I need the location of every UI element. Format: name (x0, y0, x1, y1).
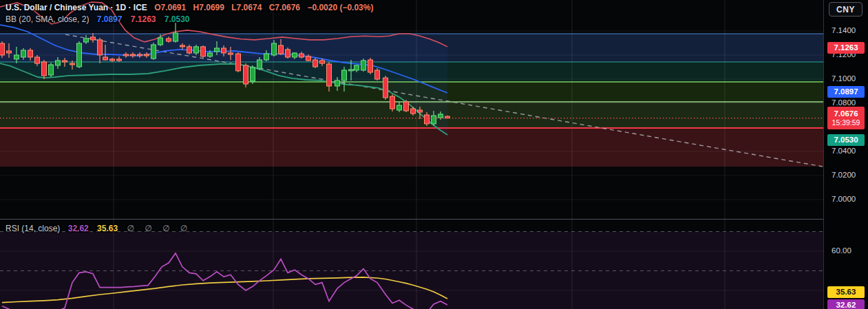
candle-body (375, 70, 380, 79)
axis-tick: 7.1000 (832, 74, 856, 83)
pane-separator[interactable] (0, 219, 868, 220)
candle-body (306, 56, 311, 61)
candle-body (383, 78, 388, 98)
candle-body (42, 62, 47, 76)
candle-body (201, 47, 206, 56)
ohlc-low: L7.0674 (231, 3, 262, 12)
rsi-band-fill (0, 232, 823, 309)
candle-body (187, 47, 192, 53)
candle-body (342, 70, 347, 81)
candle-body (222, 48, 226, 53)
candle-body (84, 39, 89, 42)
candle-body (229, 53, 233, 54)
candle-body (77, 43, 82, 67)
rsi-label: 32.62 (827, 299, 865, 309)
candle-body (131, 54, 136, 56)
candle-body (63, 61, 67, 62)
candle-body (151, 45, 156, 58)
price-axis[interactable]: CNY 7.14007.12007.10007.08007.04007.0200… (823, 0, 868, 309)
candle-body (91, 37, 96, 40)
bb-upper-label: 7.1263 (827, 42, 865, 54)
candle-body (251, 67, 255, 81)
candle-body (279, 45, 284, 54)
candle-body (21, 50, 26, 57)
rsi-indicator-label[interactable]: RSI (14, close) (6, 224, 60, 233)
candle-body (335, 81, 340, 86)
axis-tick: 7.0000 (832, 195, 856, 203)
candle-body (244, 65, 248, 84)
candle-body (110, 59, 115, 61)
bb-basis-value: 7.0897 (97, 14, 123, 24)
candle-body (208, 53, 213, 56)
ohlc-close: C7.0676 (269, 3, 300, 12)
axis-tick: 7.1400 (832, 26, 856, 34)
candle-body (293, 53, 297, 57)
main-price-pane[interactable] (0, 0, 823, 219)
candle-body (194, 47, 199, 53)
countdown-timer: 15:39:59 (827, 118, 865, 127)
last-price-label: 7.067615:39:59 (827, 107, 865, 129)
bb-lower-value: 7.0530 (165, 14, 190, 24)
candle-body (70, 63, 75, 65)
candle-body (35, 57, 40, 63)
rsi-empty-values: ∅ ∅ ∅ ∅ (127, 224, 191, 233)
candle-body (313, 60, 318, 67)
candle-body (167, 39, 171, 41)
currency-toggle-button[interactable]: CNY (829, 2, 862, 17)
candle-body (397, 105, 402, 110)
axis-tick: 7.0200 (832, 171, 856, 179)
price-zone (0, 128, 823, 167)
candle-body (138, 54, 142, 56)
axis-tick: 7.0800 (832, 98, 856, 107)
bb-lower-label: 7.0530 (827, 134, 865, 146)
bb-upper-value: 7.1263 (131, 14, 156, 24)
candle-body (272, 43, 277, 55)
candle-body (103, 57, 108, 60)
rsi-indicator-header[interactable]: RSI (14, close) 32.62 35.63 ∅ ∅ ∅ ∅ (6, 224, 191, 233)
candle-body (117, 59, 122, 61)
symbol-header[interactable]: U.S. Dollar / Chinese Yuan · 1D · ICE O7… (6, 3, 373, 12)
axis-tick: 60.00 (832, 246, 851, 255)
candle-body (445, 116, 450, 118)
symbol-title[interactable]: U.S. Dollar / Chinese Yuan · 1D · ICE (6, 3, 147, 12)
candle-body (432, 116, 436, 124)
candle-body (14, 55, 19, 59)
candle-body (145, 54, 149, 56)
rsi-ma-label: 35.63 (827, 286, 865, 298)
candle-body (257, 60, 262, 69)
chart-canvas[interactable] (0, 0, 868, 309)
candle-body (354, 65, 359, 70)
rsi-value: 32.62 (68, 224, 89, 233)
candle-body (264, 54, 269, 60)
candle-body (361, 61, 366, 70)
candle-body (425, 115, 430, 124)
bb-indicator-label[interactable]: BB (20, SMA, close, 2) (6, 14, 89, 24)
candle-body (349, 70, 354, 71)
candle-body (236, 54, 241, 71)
candle-body (320, 61, 325, 63)
bb-indicator-header[interactable]: BB (20, SMA, close, 2) 7.0897 7.1263 7.0… (6, 14, 190, 24)
candle-body (158, 38, 163, 45)
candle-body (173, 33, 178, 41)
candle-body (418, 110, 423, 112)
candle-body (390, 96, 395, 109)
candle-body (28, 50, 33, 57)
ohlc-high: H7.0699 (193, 3, 224, 12)
candle-body (124, 54, 129, 56)
candle-body (98, 40, 103, 55)
axis-tick: 7.0400 (832, 147, 856, 155)
chart-window: U.S. Dollar / Chinese Yuan · 1D · ICE O7… (0, 0, 868, 309)
candle-body (286, 50, 290, 57)
candle-body (438, 114, 443, 118)
candle-body (404, 102, 409, 111)
candle-body (180, 45, 185, 47)
candle-body (56, 61, 61, 65)
candle-body (327, 64, 332, 86)
candle-body (215, 48, 220, 52)
candle-body (299, 54, 304, 57)
candle-body (411, 109, 416, 114)
bb-basis-label: 7.0897 (827, 86, 865, 98)
candle-body (0, 43, 5, 55)
candle-body (49, 65, 54, 75)
ohlc-open: O7.0691 (154, 3, 186, 12)
